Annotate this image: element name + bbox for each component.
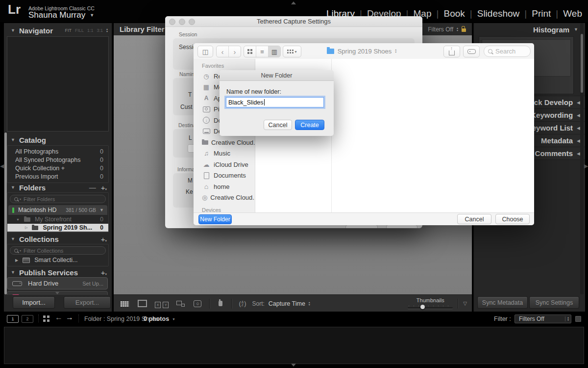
sidebar-toggle-button[interactable]: ◫ <box>197 46 213 57</box>
lock-icon[interactable] <box>462 28 466 32</box>
new-folder-create-button[interactable]: Create <box>295 120 324 130</box>
back-arrow-icon[interactable]: ← <box>55 313 63 322</box>
grid-shortcut-icon[interactable] <box>43 315 46 318</box>
toolbar-options-icon[interactable]: ▽ <box>463 301 467 306</box>
collapse-left-icon[interactable]: ◀ <box>577 151 580 156</box>
filter-collections-input[interactable]: ▾ Filter Collections <box>10 246 106 255</box>
disclosure-triangle-icon[interactable]: ▼ <box>11 28 15 33</box>
chevron-down-icon[interactable]: ▼ <box>90 13 94 18</box>
disclosure-triangle-icon[interactable]: ▼ <box>11 270 15 275</box>
add-collection-icon[interactable]: +▾ <box>101 235 107 243</box>
close-icon[interactable] <box>169 19 175 25</box>
sidebar-item-documents[interactable]: Documents <box>194 170 255 182</box>
folder-row[interactable]: ▼ My Storefront 0 <box>7 215 108 224</box>
list-item[interactable]: All Photographs 0 <box>7 147 108 156</box>
disclosure-triangle-icon[interactable]: ▼ <box>11 237 15 241</box>
icon-view-icon[interactable] <box>244 46 256 57</box>
folder-row-selected[interactable]: ▷ Spring 2019 Sh... 0 <box>7 224 108 232</box>
right-panel-toggle-icon[interactable]: ▶ <box>584 163 588 169</box>
zoom-fit[interactable]: FIT <box>65 28 72 33</box>
sync-metadata-button[interactable]: Sync Metadata <box>477 296 528 309</box>
list-item[interactable]: All Synced Photographs 0 <box>7 156 108 164</box>
sidebar-item-music[interactable]: ♫Music <box>194 148 255 159</box>
tethered-cancel-button[interactable] <box>345 225 378 228</box>
forward-icon[interactable]: › <box>228 46 241 57</box>
list-item[interactable]: Quick Collection + 0 <box>7 164 108 172</box>
back-icon[interactable]: ‹ <box>217 46 228 57</box>
add-folder-icon[interactable]: +▾ <box>101 184 107 192</box>
histogram-header[interactable]: Histogram ▼ <box>474 25 585 34</box>
disclosure-triangle-icon[interactable]: ▶ <box>15 258 18 263</box>
folder-name-input[interactable]: Black_Slides <box>226 97 324 107</box>
zoom-fill[interactable]: FILL <box>75 28 84 33</box>
navigator-header[interactable]: ▼ Navigator FIT FILL 1:1 3:1 ▴▾ <box>4 26 112 35</box>
search-field[interactable]: Search <box>484 46 531 57</box>
scrollbar[interactable] <box>4 132 7 294</box>
choose-button[interactable]: Choose <box>495 214 530 224</box>
left-panel-toggle-icon[interactable]: ◀ <box>0 163 4 169</box>
collapse-left-icon[interactable]: ◀ <box>577 113 580 118</box>
remove-folder-icon[interactable]: — <box>89 184 96 191</box>
zoom-3-1[interactable]: 3:1 <box>97 28 103 33</box>
folders-header[interactable]: ▼ Folders — +▾ <box>4 183 112 192</box>
sidebar-item-home[interactable]: ⌂home <box>194 181 255 192</box>
collapse-left-icon[interactable]: ◀ <box>577 100 580 105</box>
catalog-header[interactable]: ▼ Catalog <box>4 135 112 145</box>
module-print[interactable]: Print <box>532 8 551 19</box>
export-button[interactable]: Export... <box>64 296 111 309</box>
thumbnail-slider[interactable] <box>408 304 453 310</box>
compare-view-icon[interactable]: X Y <box>155 299 169 308</box>
add-service-icon[interactable]: +▾ <box>101 268 107 277</box>
sort-direction-icon[interactable]: ( A Z ) <box>239 300 246 307</box>
collection-row[interactable]: ▶ Smart Collecti... <box>7 256 108 264</box>
top-panel-toggle-icon[interactable] <box>291 1 296 4</box>
survey-view-icon[interactable] <box>176 301 185 307</box>
column-view-icon[interactable]: ▥ <box>268 46 280 57</box>
grid-view-icon[interactable] <box>121 301 129 307</box>
tags-button[interactable] <box>463 46 480 57</box>
new-folder-cancel-button[interactable]: Cancel <box>264 120 292 130</box>
sidebar-item-creative-cloud[interactable]: ◎Creative Cloud... <box>194 192 255 204</box>
module-book[interactable]: Book <box>443 8 465 19</box>
collections-header[interactable]: ▼ Collections +▾ <box>4 234 112 244</box>
group-by-button[interactable]: ▾ <box>283 46 301 57</box>
filter-folders-input[interactable]: ▾ Filter Folders <box>10 195 106 203</box>
tethered-ok-button[interactable] <box>386 225 417 228</box>
forward-arrow-icon[interactable]: → <box>66 313 74 322</box>
filter-lock-button[interactable] <box>575 316 581 322</box>
volume-row[interactable]: Macintosh HD 381 / 500 GB ▼ <box>8 205 107 215</box>
disclosure-triangle-icon[interactable]: ▼ <box>11 137 15 142</box>
sync-settings-button[interactable]: Sync Settings <box>529 296 579 309</box>
disclosure-triangle-icon[interactable]: ▼ <box>11 185 15 190</box>
collapse-left-icon[interactable]: ◀ <box>577 126 580 131</box>
people-view-icon[interactable]: ☺ <box>194 300 201 307</box>
module-web[interactable]: Web <box>563 8 582 19</box>
minimize-icon[interactable] <box>179 19 185 25</box>
dialog-title-bar[interactable]: New Folder <box>220 70 334 81</box>
import-button[interactable]: Import... <box>13 296 55 309</box>
panel-resize-icon[interactable] <box>55 292 59 294</box>
filters-state-value[interactable]: Filters Off <box>428 26 453 33</box>
sidebar-item-creative-cloud-folder[interactable]: Creative Cloud... <box>194 137 255 148</box>
service-action[interactable]: Set Up... <box>82 281 103 287</box>
publish-service-row[interactable]: Hard Drive Set Up... <box>7 277 108 289</box>
zoom-stepper-icon[interactable]: ▴▾ <box>106 28 108 33</box>
scrollbar-track[interactable] <box>580 23 584 294</box>
identity-plate[interactable]: Shauna Murray ▼ <box>28 10 94 20</box>
cancel-button[interactable]: Cancel <box>457 214 491 224</box>
zoom-1-1[interactable]: 1:1 <box>87 28 94 33</box>
share-button[interactable] <box>443 46 460 57</box>
filter-dropdown[interactable]: Filters Off ▴▾ <box>514 315 571 323</box>
publish-services-header[interactable]: ▼ Publish Services +▾ <box>4 267 112 277</box>
list-item[interactable]: Previous Import 0 <box>7 172 108 181</box>
chevron-down-icon[interactable]: ▼ <box>99 208 104 212</box>
scrollbar-thumb[interactable] <box>581 34 583 93</box>
sidebar-item-icloud[interactable]: ☁iCloud Drive <box>194 159 255 170</box>
list-view-icon[interactable]: ≡ <box>256 46 268 57</box>
new-folder-button[interactable]: New Folder <box>198 214 232 224</box>
dialog-title-bar[interactable]: Tethered Capture Settings <box>165 16 422 27</box>
disclosure-triangle-icon[interactable]: ▼ <box>16 218 20 221</box>
second-window-button[interactable]: 2 <box>22 315 33 323</box>
disclosure-triangle-icon[interactable]: ▷ <box>25 226 27 230</box>
sort-value[interactable]: Capture Time <box>269 300 305 307</box>
